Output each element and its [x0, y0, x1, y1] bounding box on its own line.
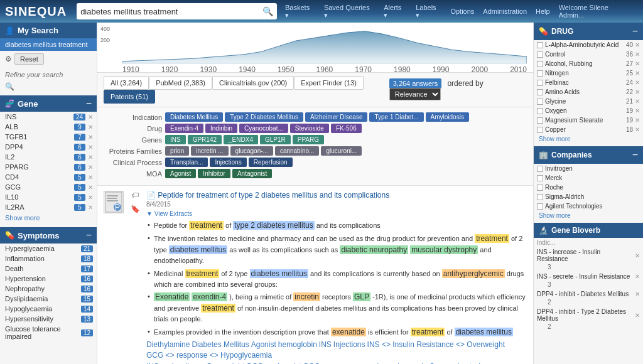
result-title-1[interactable]: 📄 Peptide for treatment of type 2 diabet… [146, 191, 527, 200]
company-checkbox[interactable] [537, 175, 543, 181]
drug-facet-item[interactable]: Felbinac 24 ✕ [534, 78, 643, 87]
entity-tag[interactable]: Exendin-4 [165, 124, 203, 133]
entity-tag[interactable]: Indiribin [205, 124, 237, 133]
drug-checkbox[interactable] [537, 61, 543, 67]
tag-diethylamine[interactable]: Diethylamine [146, 340, 190, 349]
symptom-facet-item[interactable]: Glucose tolerance impaired 12 [0, 324, 97, 341]
entity-tag[interactable]: GLP1R [260, 135, 291, 144]
tab-btn[interactable]: PubMed (2,383) [149, 76, 212, 90]
drug-checkbox[interactable] [537, 108, 543, 114]
gene-bioverb-section-header[interactable]: 🔬 Gene Bioverb [534, 223, 643, 238]
relevance-select[interactable]: Relevance Date [389, 88, 441, 100]
tab-btn[interactable]: Clinicaltrials.gov (200) [212, 76, 294, 90]
symptom-facet-item[interactable]: Death 17 [0, 264, 97, 274]
drug-checkbox[interactable] [537, 89, 543, 95]
drug-facet-item[interactable]: Control 36 ✕ [534, 50, 643, 59]
drug-remove[interactable]: ✕ [635, 41, 640, 48]
tag-ins-insulin[interactable]: INS <> insulin <> Overweight [146, 362, 244, 365]
company-checkbox[interactable] [537, 166, 543, 172]
symptom-facet-item[interactable]: Hyperglycaemia 21 [0, 244, 97, 254]
drug-remove[interactable]: ✕ [635, 117, 640, 124]
drug-remove[interactable]: ✕ [635, 51, 640, 58]
entity-tag[interactable]: FK-506 [331, 124, 362, 133]
drug-facet-item[interactable]: Copper 18 ✕ [534, 125, 643, 134]
tag-hemoglobin[interactable]: hemoglobin [278, 340, 317, 349]
tab-btn[interactable]: Patents (51) [104, 90, 155, 104]
symptom-facet-item[interactable]: Inflammation 18 [0, 254, 97, 264]
search-icon[interactable]: 🔍 [262, 6, 273, 16]
gene-remove[interactable]: ✕ [88, 154, 93, 161]
entity-tag[interactable]: glucagon-... [230, 146, 273, 156]
my-search-header[interactable]: 👤 My Search [0, 23, 97, 38]
drug-checkbox[interactable] [537, 117, 543, 124]
entity-tag[interactable]: Agonist [165, 169, 196, 178]
tag-gcg-agonist[interactable]: GCG <> Agonist [246, 362, 301, 365]
entity-tag[interactable]: PPARG [293, 135, 324, 144]
drug-checkbox[interactable] [537, 70, 543, 77]
entity-tag[interactable]: Antagonist [232, 169, 272, 178]
entity-tag[interactable]: Amyloidosis [426, 112, 469, 122]
tag-dm[interactable]: Diabetes Mellitus [192, 340, 249, 349]
gene-bioverb-remove[interactable]: ✕ [635, 312, 640, 319]
gene-facet-item[interactable]: GCG 5 ✕ [0, 182, 97, 192]
view-extracts-1[interactable]: ▼ View Extracts [146, 210, 527, 217]
gene-remove[interactable]: ✕ [88, 174, 93, 181]
saved-search-item[interactable]: diabetes mellitus treatment [0, 38, 97, 51]
tag-agonist[interactable]: Agonist [251, 340, 276, 349]
drug-checkbox[interactable] [537, 51, 543, 58]
gene-facet-item[interactable]: TGFB1 7 ✕ [0, 132, 97, 142]
entity-tag[interactable]: Type 1 Diabet... [369, 112, 423, 122]
drug-checkbox[interactable] [537, 42, 543, 48]
entity-tag[interactable]: cannabino... [275, 146, 320, 156]
drug-facet-item[interactable]: Amino Acids 22 ✕ [534, 87, 643, 97]
symptoms-section-header[interactable]: 💊 Symptoms − [0, 227, 97, 244]
drug-remove[interactable]: ✕ [635, 126, 640, 133]
gene-remove[interactable]: ✕ [88, 114, 93, 120]
gene-show-more[interactable]: Show more [0, 212, 97, 223]
symptom-facet-item[interactable]: Hypersensitivity 13 [0, 314, 97, 324]
symptom-facet-item[interactable]: Nephropathy 16 [0, 284, 97, 294]
symptoms-collapse-btn[interactable]: − [86, 230, 92, 240]
drug-remove[interactable]: ✕ [635, 79, 640, 86]
entity-tag[interactable]: GPR142 [188, 135, 222, 144]
entity-tag[interactable]: prion [165, 146, 189, 156]
tag-icon[interactable]: 🔖 [131, 205, 140, 213]
entity-tag[interactable]: Alzheimer Disease [305, 112, 367, 122]
drug-facet-item[interactable]: Nitrogen 25 ✕ [534, 68, 643, 78]
gene-facet-item[interactable]: IL2RA 5 ✕ [0, 202, 97, 212]
header-nav-item[interactable]: Help [532, 6, 553, 16]
companies-section-header[interactable]: 🏢 Companies − [534, 146, 643, 164]
gene-remove[interactable]: ✕ [88, 184, 93, 191]
gene-remove[interactable]: ✕ [88, 124, 93, 131]
drug-facet-item[interactable]: Alcohol, Rubbing 27 ✕ [534, 59, 643, 68]
gene-facet-item[interactable]: ALB 9 ✕ [0, 122, 97, 132]
gene-facet-item[interactable]: CD4 5 ✕ [0, 172, 97, 182]
company-checkbox[interactable] [537, 203, 543, 210]
company-checkbox[interactable] [537, 194, 543, 200]
gene-remove[interactable]: ✕ [88, 144, 93, 151]
drug-facet-item[interactable]: Oxygen 19 ✕ [534, 106, 643, 115]
tag-cornyne[interactable]: Cornynebacterium [430, 362, 491, 365]
companies-collapse-btn[interactable]: − [632, 149, 638, 161]
drug-facet-item[interactable]: L-Alpha-Aminobutyric Acid 40 ✕ [534, 40, 643, 50]
entity-tag[interactable]: Injections [210, 158, 246, 167]
header-nav-item[interactable]: Administration [480, 6, 530, 16]
company-facet-item[interactable]: Roche [534, 183, 643, 192]
header-nav-item[interactable]: Labels ▾ [413, 3, 445, 21]
drug-facet-item[interactable]: Magnesium Stearate 19 ✕ [534, 115, 643, 125]
gene-remove[interactable]: ✕ [88, 164, 93, 171]
entity-tag[interactable]: _ENDX4 [224, 135, 258, 144]
entity-tag[interactable]: Diabetes Mellitus [165, 112, 223, 122]
company-checkbox[interactable] [537, 185, 543, 191]
entity-tag[interactable]: Type 2 Diabetes Mellitus [225, 112, 303, 122]
drug-remove[interactable]: ✕ [635, 88, 640, 95]
gene-bioverb-remove[interactable]: ✕ [635, 273, 640, 280]
search-input[interactable] [80, 7, 262, 16]
company-facet-item[interactable]: Agilent Technologies [534, 201, 643, 211]
tag-gcg-response[interactable]: GCG <> response <> hypoglycaemia [303, 362, 427, 365]
entity-tag[interactable]: glucuroni... [321, 146, 362, 156]
drug-remove[interactable]: ✕ [635, 107, 640, 114]
gene-remove[interactable]: ✕ [88, 194, 93, 201]
entity-tag[interactable]: Transplan... [165, 158, 208, 167]
entity-tag[interactable]: incretin ... [191, 146, 228, 156]
